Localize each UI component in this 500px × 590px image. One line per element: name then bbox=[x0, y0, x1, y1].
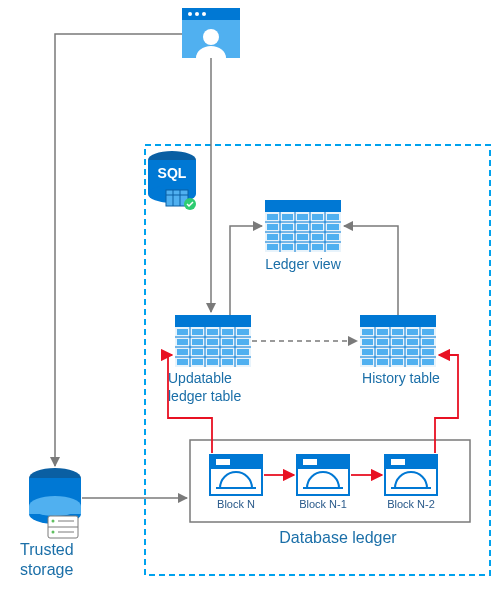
svg-rect-106 bbox=[407, 349, 418, 355]
svg-point-4 bbox=[202, 12, 206, 16]
svg-rect-82 bbox=[222, 359, 233, 365]
svg-rect-73 bbox=[237, 339, 249, 345]
svg-rect-64 bbox=[177, 329, 188, 335]
svg-rect-98 bbox=[362, 339, 373, 345]
svg-rect-48 bbox=[312, 234, 323, 240]
arrow-history-to-ledgerview bbox=[344, 226, 398, 315]
sql-database-icon: SQL bbox=[148, 151, 196, 210]
block-n2-icon bbox=[385, 455, 437, 495]
svg-rect-40 bbox=[267, 224, 278, 230]
svg-rect-37 bbox=[297, 214, 308, 220]
svg-rect-49 bbox=[327, 234, 339, 240]
svg-rect-83 bbox=[237, 359, 249, 365]
updatable-ledger-table-label: Updatableledger table bbox=[168, 370, 256, 405]
svg-rect-74 bbox=[177, 349, 188, 355]
svg-text:SQL: SQL bbox=[158, 165, 187, 181]
svg-rect-53 bbox=[312, 244, 323, 250]
svg-rect-101 bbox=[407, 339, 418, 345]
block-n-icon bbox=[210, 455, 262, 495]
svg-rect-27 bbox=[265, 200, 341, 212]
block-n1-label: Block N-1 bbox=[297, 498, 349, 510]
svg-rect-68 bbox=[237, 329, 249, 335]
svg-rect-71 bbox=[207, 339, 218, 345]
svg-rect-47 bbox=[297, 234, 308, 240]
svg-rect-54 bbox=[327, 244, 339, 250]
svg-rect-111 bbox=[407, 359, 418, 365]
svg-rect-119 bbox=[303, 459, 317, 465]
trusted-storage-label: Trustedstorage bbox=[20, 540, 90, 580]
svg-rect-45 bbox=[267, 234, 278, 240]
svg-rect-65 bbox=[192, 329, 203, 335]
svg-rect-105 bbox=[392, 349, 403, 355]
svg-point-19 bbox=[29, 496, 81, 516]
svg-rect-108 bbox=[362, 359, 373, 365]
svg-rect-96 bbox=[407, 329, 418, 335]
trusted-storage-icon bbox=[29, 468, 81, 538]
svg-rect-56 bbox=[175, 315, 251, 327]
svg-rect-72 bbox=[222, 339, 233, 345]
block-n-label: Block N bbox=[210, 498, 262, 510]
svg-rect-51 bbox=[282, 244, 293, 250]
svg-rect-39 bbox=[327, 214, 339, 220]
svg-rect-110 bbox=[392, 359, 403, 365]
svg-rect-46 bbox=[282, 234, 293, 240]
svg-rect-107 bbox=[422, 349, 434, 355]
history-table-label: History table bbox=[356, 370, 446, 388]
svg-rect-109 bbox=[377, 359, 388, 365]
svg-rect-99 bbox=[377, 339, 388, 345]
user-browser-icon bbox=[182, 8, 240, 58]
svg-rect-112 bbox=[422, 359, 434, 365]
svg-rect-81 bbox=[207, 359, 218, 365]
svg-rect-67 bbox=[222, 329, 233, 335]
svg-point-5 bbox=[203, 29, 219, 45]
svg-rect-36 bbox=[282, 214, 293, 220]
svg-rect-43 bbox=[312, 224, 323, 230]
svg-rect-80 bbox=[192, 359, 203, 365]
svg-rect-75 bbox=[192, 349, 203, 355]
svg-rect-85 bbox=[360, 315, 436, 327]
svg-rect-78 bbox=[237, 349, 249, 355]
svg-rect-41 bbox=[282, 224, 293, 230]
svg-rect-93 bbox=[362, 329, 373, 335]
svg-rect-77 bbox=[222, 349, 233, 355]
svg-point-3 bbox=[195, 12, 199, 16]
svg-rect-42 bbox=[297, 224, 308, 230]
svg-rect-102 bbox=[422, 339, 434, 345]
svg-rect-38 bbox=[312, 214, 323, 220]
svg-rect-79 bbox=[177, 359, 188, 365]
svg-rect-97 bbox=[422, 329, 434, 335]
svg-rect-70 bbox=[192, 339, 203, 345]
svg-rect-76 bbox=[207, 349, 218, 355]
block-n2-label: Block N-2 bbox=[385, 498, 437, 510]
svg-rect-115 bbox=[216, 459, 230, 465]
svg-rect-104 bbox=[377, 349, 388, 355]
arrow-user-to-trusted bbox=[55, 34, 182, 466]
block-n1-icon bbox=[297, 455, 349, 495]
svg-rect-35 bbox=[267, 214, 278, 220]
arrow-updatable-to-ledgerview bbox=[230, 226, 262, 315]
svg-rect-123 bbox=[391, 459, 405, 465]
svg-rect-44 bbox=[327, 224, 339, 230]
svg-point-2 bbox=[188, 12, 192, 16]
svg-rect-103 bbox=[362, 349, 373, 355]
svg-rect-94 bbox=[377, 329, 388, 335]
svg-rect-66 bbox=[207, 329, 218, 335]
svg-rect-69 bbox=[177, 339, 188, 345]
database-ledger-label: Database ledger bbox=[258, 528, 418, 548]
svg-rect-100 bbox=[392, 339, 403, 345]
updatable-ledger-table-icon bbox=[175, 315, 251, 367]
svg-rect-95 bbox=[392, 329, 403, 335]
ledger-view-table-icon bbox=[265, 200, 341, 252]
svg-point-24 bbox=[52, 531, 55, 534]
svg-point-22 bbox=[52, 520, 55, 523]
svg-rect-52 bbox=[297, 244, 308, 250]
history-table-icon bbox=[360, 315, 436, 367]
svg-rect-50 bbox=[267, 244, 278, 250]
ledger-view-label: Ledger view bbox=[263, 256, 343, 274]
